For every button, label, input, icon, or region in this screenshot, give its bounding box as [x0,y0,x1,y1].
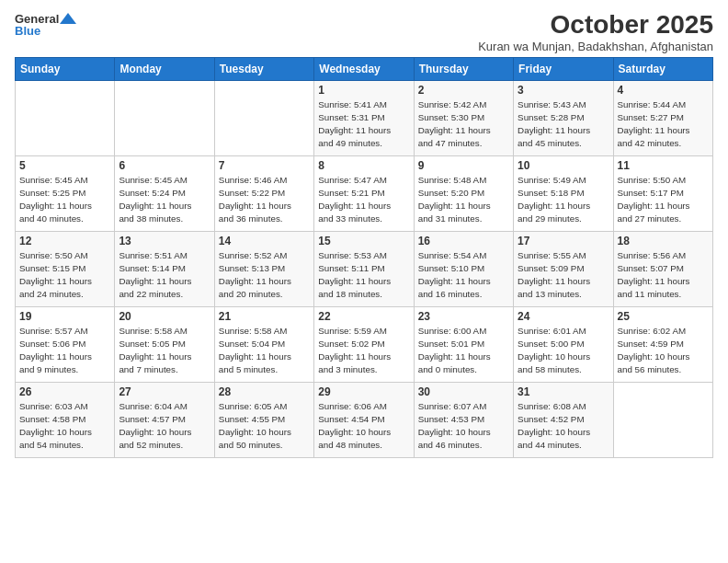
calendar-header: Sunday Monday Tuesday Wednesday Thursday… [16,57,713,80]
day-info: Sunset: 4:58 PM [19,413,110,426]
day-info: Sunset: 5:09 PM [518,262,609,275]
day-info: Sunset: 5:15 PM [19,262,110,275]
day-info: Sunset: 5:31 PM [318,111,409,124]
day-number: 9 [418,159,509,172]
day-number: 1 [318,84,409,97]
day-info: Daylight: 10 hours [318,426,409,439]
day-info: Daylight: 11 hours [418,200,509,213]
day-info: Sunrise: 5:56 AM [618,249,709,262]
day-info: Daylight: 11 hours [119,350,210,363]
day-info: Sunrise: 5:50 AM [19,249,110,262]
day-info: and 22 minutes. [119,288,210,301]
table-row: 14Sunrise: 5:52 AMSunset: 5:13 PMDayligh… [214,231,313,306]
day-number: 28 [219,385,310,398]
table-row: 11Sunrise: 5:50 AMSunset: 5:17 PMDayligh… [613,155,712,231]
col-saturday: Saturday [613,57,712,80]
table-row: 19Sunrise: 5:57 AMSunset: 5:06 PMDayligh… [16,306,115,382]
day-info: Sunset: 5:27 PM [618,111,709,124]
day-info: Sunset: 5:06 PM [19,338,110,350]
table-row: 26Sunrise: 6:03 AMSunset: 4:58 PMDayligh… [16,382,115,457]
day-info: Sunset: 5:05 PM [119,338,210,350]
table-row: 20Sunrise: 5:58 AMSunset: 5:05 PMDayligh… [115,306,214,382]
day-number: 13 [119,235,210,247]
table-row: 30Sunrise: 6:07 AMSunset: 4:53 PMDayligh… [414,382,513,457]
day-info: and 45 minutes. [518,137,609,150]
day-info: Sunset: 5:17 PM [618,187,709,200]
day-info: Sunrise: 5:58 AM [119,325,210,338]
day-info: Sunrise: 5:45 AM [119,174,210,187]
day-info: and 0 minutes. [418,363,509,376]
day-info: Daylight: 11 hours [418,275,509,288]
day-info: and 48 minutes. [318,439,409,452]
table-row: 2Sunrise: 5:42 AMSunset: 5:30 PMDaylight… [414,80,513,155]
day-info: Sunrise: 5:43 AM [518,98,609,111]
day-info: and 13 minutes. [518,288,609,301]
day-info: Sunset: 5:10 PM [418,262,509,275]
day-number: 6 [119,159,210,172]
day-number: 18 [618,235,709,247]
day-number: 22 [318,310,409,323]
day-number: 24 [518,310,609,323]
day-info: Daylight: 11 hours [518,200,609,213]
day-info: Daylight: 11 hours [618,124,709,137]
day-number: 30 [418,385,509,398]
day-info: and 33 minutes. [318,213,409,225]
table-row: 21Sunrise: 5:58 AMSunset: 5:04 PMDayligh… [214,306,313,382]
day-info: Sunset: 5:25 PM [19,187,110,200]
page-container: General Blue October 2025 Kuran wa Munja… [0,0,728,465]
day-info: Sunrise: 5:46 AM [219,174,310,187]
day-info: Sunset: 5:18 PM [518,187,609,200]
day-info: and 54 minutes. [19,439,110,452]
day-info: Sunrise: 6:00 AM [418,325,509,338]
day-info: Sunrise: 6:01 AM [518,325,609,338]
table-row: 31Sunrise: 6:08 AMSunset: 4:52 PMDayligh… [514,382,613,457]
day-info: and 3 minutes. [318,363,409,376]
table-row: 4Sunrise: 5:44 AMSunset: 5:27 PMDaylight… [613,80,712,155]
day-number: 25 [618,310,709,323]
day-info: Sunrise: 6:08 AM [518,400,609,413]
day-info: and 29 minutes. [518,213,609,225]
table-row [16,80,115,155]
col-tuesday: Tuesday [214,57,313,80]
day-info: and 42 minutes. [618,137,709,150]
day-info: and 44 minutes. [518,439,609,452]
table-row: 29Sunrise: 6:06 AMSunset: 4:54 PMDayligh… [314,382,414,457]
day-info: Daylight: 11 hours [19,200,110,213]
day-info: Sunrise: 5:49 AM [518,174,609,187]
day-info: and 40 minutes. [19,213,110,225]
col-wednesday: Wednesday [314,57,414,80]
day-info: Sunset: 5:14 PM [119,262,210,275]
day-info: and 36 minutes. [219,213,310,225]
day-info: Sunrise: 5:44 AM [618,98,709,111]
day-info: Daylight: 11 hours [219,275,310,288]
day-info: and 47 minutes. [418,137,509,150]
col-sunday: Sunday [16,57,115,80]
day-info: Daylight: 11 hours [418,124,509,137]
day-info: Sunset: 4:59 PM [618,338,709,350]
day-number: 15 [318,235,409,247]
day-info: Daylight: 11 hours [318,200,409,213]
day-number: 21 [219,310,310,323]
day-number: 20 [119,310,210,323]
table-row: 9Sunrise: 5:48 AMSunset: 5:20 PMDaylight… [414,155,513,231]
day-info: Sunrise: 5:41 AM [318,98,409,111]
day-info: Sunrise: 6:06 AM [318,400,409,413]
day-info: and 31 minutes. [418,213,509,225]
day-info: Sunrise: 6:04 AM [119,400,210,413]
day-info: Daylight: 11 hours [418,350,509,363]
table-row: 24Sunrise: 6:01 AMSunset: 5:00 PMDayligh… [514,306,613,382]
day-info: Daylight: 10 hours [119,426,210,439]
day-info: Daylight: 11 hours [318,350,409,363]
table-row: 15Sunrise: 5:53 AMSunset: 5:11 PMDayligh… [314,231,414,306]
day-info: Daylight: 11 hours [518,275,609,288]
day-info: Daylight: 11 hours [318,124,409,137]
day-info: Daylight: 11 hours [219,350,310,363]
day-info: and 56 minutes. [618,363,709,376]
day-info: Sunset: 5:07 PM [618,262,709,275]
day-info: and 20 minutes. [219,288,310,301]
day-info: Sunrise: 5:55 AM [518,249,609,262]
day-info: Sunset: 4:54 PM [318,413,409,426]
svg-marker-0 [60,13,76,24]
day-info: and 58 minutes. [518,363,609,376]
table-row: 23Sunrise: 6:00 AMSunset: 5:01 PMDayligh… [414,306,513,382]
